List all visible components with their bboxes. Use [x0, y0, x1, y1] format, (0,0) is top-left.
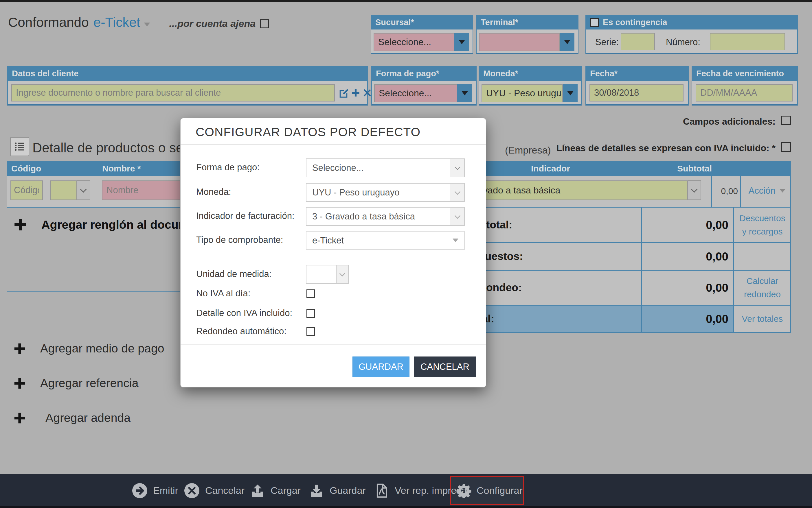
- forma-pago-select[interactable]: Seleccione...: [374, 84, 472, 102]
- modal-unidad-select-button[interactable]: [336, 265, 348, 283]
- add-medio-pago-button[interactable]: Agregar medio de pago: [13, 342, 164, 355]
- forma-pago-select-value: Seleccione...: [374, 84, 457, 102]
- modal-tipo-label: Tipo de comprobante:: [196, 235, 283, 245]
- plus-icon: [13, 217, 28, 232]
- modal-unidad-select[interactable]: [306, 265, 349, 284]
- campos-adicionales-checkbox[interactable]: [781, 116, 791, 125]
- modal-tipo-select[interactable]: e-Ticket: [306, 231, 465, 250]
- row-indicador-select[interactable]: Gravado a tasa básica: [463, 180, 701, 200]
- calcular-redondeo-link[interactable]: Calcular redondeo: [737, 274, 788, 301]
- terminal-panel: Terminal*: [476, 15, 578, 54]
- moneda-select[interactable]: UYU - Peso uruguayo: [481, 84, 578, 102]
- cargar-label: Cargar: [271, 485, 301, 496]
- accion-label: Acción: [748, 185, 775, 196]
- fecha-input[interactable]: [589, 84, 684, 101]
- modal-indicador-select-button[interactable]: [451, 208, 464, 225]
- chevron-down-icon[interactable]: [144, 23, 150, 26]
- modal-title: CONFIGURAR DATOS POR DEFECTO: [196, 125, 421, 139]
- terminal-select[interactable]: [479, 33, 574, 51]
- row-codigo-select-button[interactable]: [77, 180, 90, 200]
- iva-note-row: Líneas de detalles se expresan con IVA i…: [492, 143, 776, 154]
- moneda-label: Moneda*: [483, 69, 518, 78]
- forma-pago-select-button[interactable]: [457, 84, 472, 102]
- guardar-button[interactable]: Guardar: [309, 474, 366, 507]
- modal-indicador-label: Indicador de facturación:: [196, 211, 295, 221]
- modal-forma-pago-select[interactable]: Seleccione...: [306, 159, 465, 177]
- moneda-select-button[interactable]: [563, 84, 578, 102]
- plus-icon: [13, 342, 26, 355]
- forma-pago-panel: Forma de pago* Seleccione...: [371, 66, 477, 105]
- doc-type-dropdown[interactable]: e-Ticket: [93, 14, 140, 30]
- configurar-button[interactable]: Configurar: [456, 474, 523, 507]
- row-indicador-select-button[interactable]: [688, 180, 701, 200]
- dropdown-arrow-icon: [462, 91, 468, 95]
- descuentos-recargos-link[interactable]: Descuentos y recargos: [736, 212, 788, 239]
- moneda-select-value: UYU - Peso uruguayo: [481, 84, 563, 102]
- chevron-down-icon: [455, 164, 460, 170]
- totals-total-value: 0,00: [706, 312, 728, 326]
- totals-subtotal-value-cell: 0,00: [642, 208, 733, 242]
- sucursal-select[interactable]: Seleccione...: [374, 33, 469, 51]
- modal-title-divider: [181, 144, 486, 145]
- serie-input[interactable]: [621, 33, 655, 50]
- modal-detalle-iva-checkbox[interactable]: [306, 309, 315, 318]
- sucursal-panel: Sucursal* Seleccione...: [371, 15, 473, 54]
- fecha-vencimiento-header: Fecha de vencimiento: [692, 67, 797, 81]
- iva-incluido-checkbox[interactable]: [781, 142, 791, 152]
- modal-forma-pago-label: Forma de pago:: [196, 162, 260, 173]
- emitir-button[interactable]: Emitir: [132, 474, 178, 507]
- datos-cliente-panel: Datos del cliente: [7, 66, 368, 105]
- modal-moneda-select[interactable]: UYU - Peso uruguayo: [306, 183, 465, 202]
- row-codigo-select[interactable]: [50, 180, 90, 200]
- accion-dropdown[interactable]: Acción: [744, 185, 790, 196]
- terminal-select-button[interactable]: [560, 33, 574, 51]
- fecha-header: Fecha*: [586, 67, 688, 81]
- totals-column-divider: [733, 208, 734, 333]
- totals-redondeo-value: 0,00: [706, 281, 728, 294]
- totals-total-value-cell: 0,00: [642, 306, 733, 332]
- modal-moneda-label: Moneda:: [196, 187, 231, 197]
- cancelar-button-modal[interactable]: CANCELAR: [414, 356, 476, 377]
- contingencia-checkbox[interactable]: [590, 18, 599, 27]
- numero-input[interactable]: [710, 33, 785, 50]
- terminal-header: Terminal*: [477, 15, 578, 30]
- row-codigo-input[interactable]: [10, 180, 43, 200]
- calcular-redondeo-link-cell: Calcular redondeo: [734, 270, 791, 305]
- datos-cliente-header: Datos del cliente: [8, 67, 367, 81]
- cancelar-button[interactable]: Cancelar: [184, 474, 244, 507]
- guardar-button-modal[interactable]: GUARDAR: [352, 356, 410, 377]
- guardar-label: Guardar: [330, 485, 366, 496]
- chevron-down-icon: [455, 213, 460, 219]
- column-divider: [740, 176, 741, 208]
- add-medio-pago-label: Agregar medio de pago: [40, 342, 164, 355]
- ver-rep-impresa-button[interactable]: Ver rep. impresa: [373, 474, 467, 507]
- ver-totales-link[interactable]: Ver totales: [742, 312, 783, 326]
- edit-client-icon[interactable]: [338, 87, 349, 98]
- contingencia-header: Es contingencia: [586, 15, 797, 30]
- modal-forma-pago-select-button[interactable]: [451, 159, 464, 177]
- sucursal-select-button[interactable]: [454, 33, 469, 51]
- cliente-search-input[interactable]: [11, 84, 335, 101]
- dropdown-arrow-icon: [567, 91, 574, 95]
- cargar-button[interactable]: Cargar: [250, 474, 301, 507]
- add-adenda-button[interactable]: Agregar adenda: [13, 411, 130, 425]
- clear-client-icon[interactable]: [362, 88, 372, 98]
- dropdown-arrow-icon: [459, 40, 465, 44]
- add-referencia-button[interactable]: Agregar referencia: [13, 376, 139, 390]
- modal-no-iva-checkbox[interactable]: [306, 289, 315, 298]
- upload-icon: [250, 483, 265, 499]
- modal-redondeo-checkbox[interactable]: [306, 327, 315, 336]
- emit-circle-arrow-icon: [132, 482, 148, 499]
- modal-moneda-select-button[interactable]: [451, 183, 464, 201]
- detail-list-icon[interactable]: [10, 137, 29, 156]
- modal-indicador-select[interactable]: 3 - Gravado a tasa básica: [306, 207, 465, 226]
- fecha-vencimiento-label: Fecha de vencimiento: [696, 69, 784, 78]
- totals-impuestos-value-cell: 0,00: [642, 243, 733, 270]
- cuenta-ajena-checkbox[interactable]: [260, 19, 269, 28]
- app-screen: Conformando e-Ticket ...por cuenta ajena…: [0, 0, 812, 508]
- modal-detalle-iva-label: Detalle con IVA incluido:: [196, 308, 292, 318]
- add-client-icon[interactable]: [351, 88, 360, 98]
- fecha-vencimiento-input[interactable]: [696, 84, 792, 101]
- totals-column-divider: [641, 208, 642, 333]
- row-codigo-select-value: [50, 180, 77, 200]
